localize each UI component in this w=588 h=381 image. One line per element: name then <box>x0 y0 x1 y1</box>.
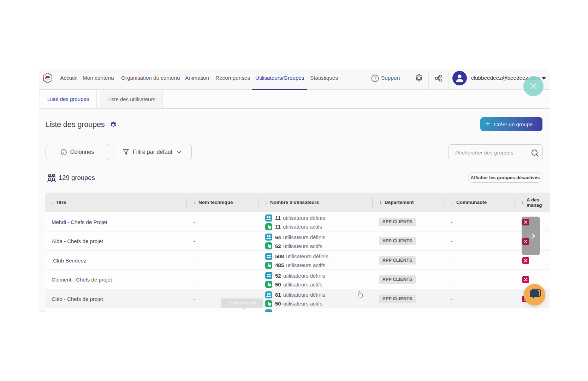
svg-text:?: ? <box>374 76 376 81</box>
